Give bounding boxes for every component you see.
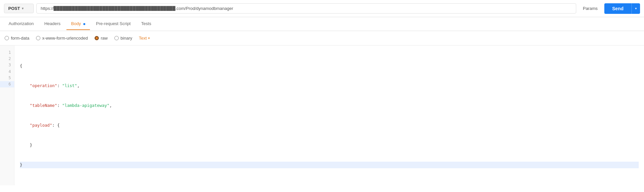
code-editor[interactable]: { "operation": "list", "tableName": "lam…: [15, 46, 644, 185]
method-label: POST: [8, 6, 20, 11]
tab-authorization[interactable]: Authorization: [4, 18, 38, 30]
method-chevron-icon: ▾: [22, 7, 23, 10]
line-num-1: 1: [0, 49, 14, 56]
code-line-2: "operation": "list",: [20, 82, 639, 89]
send-dropdown-button[interactable]: ▾: [631, 3, 640, 14]
form-data-option[interactable]: form-data: [5, 36, 29, 41]
line-num-5: 5: [0, 75, 14, 81]
raw-radio[interactable]: [95, 36, 99, 40]
params-button[interactable]: Params: [579, 4, 602, 13]
line-num-2: 2: [0, 56, 14, 62]
line-numbers: 1 2 3 4 5 6: [0, 46, 15, 185]
editor-area: 1 2 3 4 5 6 { "operation": "list", "tabl…: [0, 46, 644, 185]
line-num-3: 3: [0, 62, 14, 68]
binary-radio[interactable]: [114, 36, 119, 40]
raw-option[interactable]: raw: [95, 36, 108, 41]
tab-tests[interactable]: Tests: [137, 18, 156, 30]
send-btn-group: Send ▾: [604, 3, 640, 14]
binary-option[interactable]: binary: [114, 36, 132, 41]
text-dropdown[interactable]: Text ▾: [139, 36, 150, 41]
top-bar: POST ▾ Params Send ▾: [0, 0, 644, 17]
tab-headers[interactable]: Headers: [40, 18, 65, 30]
tabs-bar: Authorization Headers Body Pre-request S…: [0, 17, 644, 31]
tab-pre-request-script[interactable]: Pre-request Script: [91, 18, 135, 30]
send-button[interactable]: Send: [604, 3, 631, 14]
code-line-6: }: [20, 162, 639, 168]
line-num-6: 6: [0, 81, 14, 87]
url-encoded-option[interactable]: x-www-form-urlencoded: [36, 36, 88, 41]
body-options: form-data x-www-form-urlencoded raw bina…: [0, 31, 644, 46]
tab-body[interactable]: Body: [66, 18, 90, 30]
code-line-1: {: [20, 63, 639, 69]
url-input[interactable]: [36, 3, 576, 14]
url-encoded-radio[interactable]: [36, 36, 40, 40]
code-line-3: "tableName": "lambda-apigateway",: [20, 102, 639, 109]
text-dropdown-chevron-icon: ▾: [148, 36, 150, 40]
line-num-4: 4: [0, 69, 14, 75]
method-selector[interactable]: POST ▾: [4, 4, 34, 13]
text-dropdown-label: Text: [139, 36, 147, 41]
body-tab-dot: [83, 23, 85, 25]
form-data-radio[interactable]: [5, 36, 9, 40]
code-line-4: "payload": {: [20, 122, 639, 129]
code-line-5: }: [20, 142, 639, 148]
